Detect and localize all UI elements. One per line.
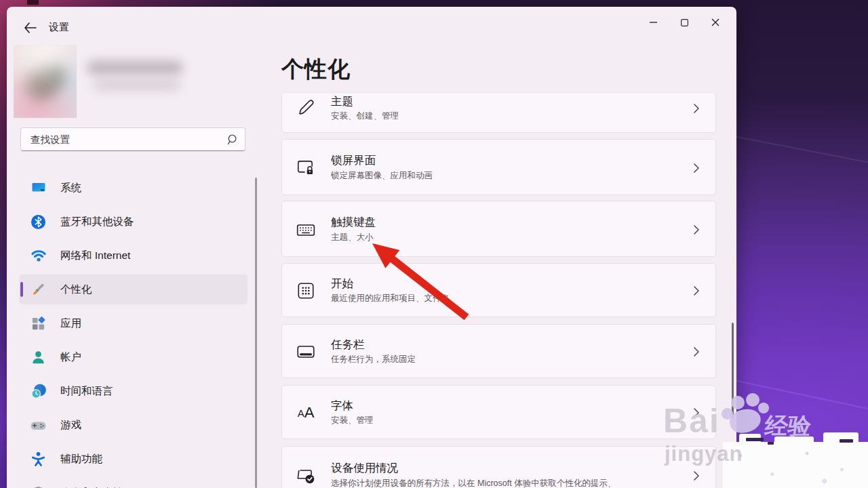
user-avatar[interactable] [14, 45, 77, 118]
device-usage-icon [296, 466, 316, 486]
card-title: 主题 [331, 95, 686, 108]
watermark-noise-artifact [746, 438, 764, 441]
app-title: 设置 [49, 21, 69, 34]
privacy-icon [30, 485, 47, 488]
sidebar-item-gaming[interactable]: 游戏 [19, 410, 248, 440]
page-title: 个性化 [281, 54, 351, 85]
sidebar-item-privacy-security[interactable]: 隐私和安全性 [19, 478, 248, 488]
card-subtitle: 最近使用的应用和项目、文件夹 [331, 293, 686, 304]
network-icon [30, 247, 47, 264]
card-title: 字体 [331, 399, 686, 413]
wallpaper-streak [734, 380, 868, 411]
sidebar-item-label: 辅助功能 [60, 452, 102, 466]
sidebar-item-label: 游戏 [60, 418, 81, 432]
card-subtitle: 锁定屏幕图像、应用和动画 [331, 170, 686, 182]
sidebar-item-accounts[interactable]: 帐户 [19, 342, 248, 372]
settings-search-box [20, 127, 245, 151]
settings-card-device-usage[interactable]: 设备使用情况 选择你计划使用设备的所有方法，以在 Microsoft 体验中获取… [281, 446, 716, 488]
settings-card-fonts[interactable]: AA 字体 安装、管理 [281, 385, 716, 439]
touch-keyboard-icon [296, 220, 316, 240]
avatar-image-blurred [14, 45, 77, 118]
card-subtitle: 安装、创建、管理 [331, 110, 686, 122]
sidebar-item-label: 蓝牙和其他设备 [60, 215, 134, 229]
time-language-icon [30, 383, 47, 400]
system-icon [30, 180, 47, 197]
minimize-icon [650, 22, 657, 23]
sidebar-item-bluetooth-devices[interactable]: 蓝牙和其他设备 [19, 207, 248, 237]
settings-card-themes[interactable]: 主题 安装、创建、管理 [281, 92, 716, 133]
accessibility-icon [30, 451, 47, 468]
sidebar-item-label: 时间和语言 [60, 384, 113, 399]
watermark-noise-block [723, 442, 868, 488]
card-title: 触摸键盘 [331, 216, 686, 229]
user-name-blurred [87, 61, 183, 75]
chevron-right-icon [694, 163, 699, 173]
chevron-right-icon [694, 286, 699, 296]
close-button[interactable] [700, 11, 731, 34]
sidebar-item-time-language[interactable]: 时间和语言 [19, 376, 248, 406]
search-input[interactable] [21, 128, 245, 150]
sidebar-item-label: 帐户 [60, 350, 81, 365]
close-icon [711, 18, 719, 26]
lock-screen-icon [296, 158, 316, 178]
sidebar-item-label: 应用 [60, 317, 81, 331]
sidebar-item-label: 网络和 Internet [60, 249, 130, 263]
games-icon [30, 417, 47, 434]
chevron-right-icon [694, 104, 699, 113]
sidebar-nav: 系统 蓝牙和其他设备 网络和 Internet 个性化 应用 [19, 173, 248, 488]
maximize-icon [681, 19, 688, 26]
user-email-blurred [94, 80, 180, 90]
back-button[interactable] [20, 19, 39, 37]
background-window-fragment [27, 0, 39, 5]
sidebar-item-accessibility[interactable]: 辅助功能 [19, 444, 248, 474]
watermark-noise-block [774, 436, 814, 443]
sidebar-item-network-internet[interactable]: 网络和 Internet [19, 241, 248, 270]
sidebar-item-system[interactable]: 系统 [19, 173, 248, 203]
card-subtitle: 选择你计划使用设备的所有方法，以在 Microsoft 体验中获取个性化的提示、 [331, 478, 686, 488]
taskbar-icon [296, 342, 316, 362]
search-icon[interactable] [226, 134, 238, 149]
chevron-right-icon [694, 408, 699, 418]
apps-icon [30, 315, 47, 332]
card-subtitle: 任务栏行为，系统固定 [331, 354, 686, 365]
card-title: 开始 [331, 277, 686, 291]
chevron-right-icon [694, 471, 699, 481]
sidebar-item-label: 系统 [60, 181, 81, 195]
sidebar-item-label: 隐私和安全性 [60, 486, 123, 488]
settings-card-start[interactable]: 开始 最近使用的应用和项目、文件夹 [281, 263, 716, 317]
sidebar-item-personalization[interactable]: 个性化 [19, 274, 248, 304]
brush-icon [296, 98, 316, 119]
settings-card-lock-screen[interactable]: 锁屏界面 锁定屏幕图像、应用和动画 [281, 139, 716, 195]
card-title: 设备使用情况 [331, 462, 686, 475]
maximize-button[interactable] [669, 11, 700, 34]
watermark-noise-artifact [840, 439, 853, 443]
watermark-noise-artifact [768, 442, 774, 445]
settings-window: 设置 系统 蓝牙和其他设备 [7, 7, 736, 488]
card-title: 任务栏 [331, 338, 686, 352]
card-subtitle: 主题、大小 [331, 232, 686, 243]
card-subtitle: 安装、管理 [331, 415, 686, 426]
fonts-icon: AA [296, 403, 316, 423]
content-scrollbar[interactable] [732, 323, 734, 418]
sidebar-item-label: 个性化 [60, 283, 92, 297]
back-arrow-icon [25, 23, 36, 33]
card-title: 锁屏界面 [331, 154, 686, 167]
window-controls [637, 11, 731, 34]
chevron-right-icon [694, 347, 699, 357]
account-icon [30, 349, 47, 366]
minimize-button[interactable] [637, 11, 669, 34]
settings-card-taskbar[interactable]: 任务栏 任务栏行为，系统固定 [281, 324, 716, 378]
start-icon [296, 281, 316, 301]
personalization-icon [30, 281, 47, 298]
wallpaper-streak [734, 136, 868, 164]
sidebar-scrollbar[interactable] [255, 178, 257, 488]
bluetooth-icon [30, 214, 47, 230]
sidebar-item-apps[interactable]: 应用 [19, 308, 248, 338]
settings-card-touch-keyboard[interactable]: 触摸键盘 主题、大小 [281, 201, 716, 257]
chevron-right-icon [694, 225, 699, 235]
